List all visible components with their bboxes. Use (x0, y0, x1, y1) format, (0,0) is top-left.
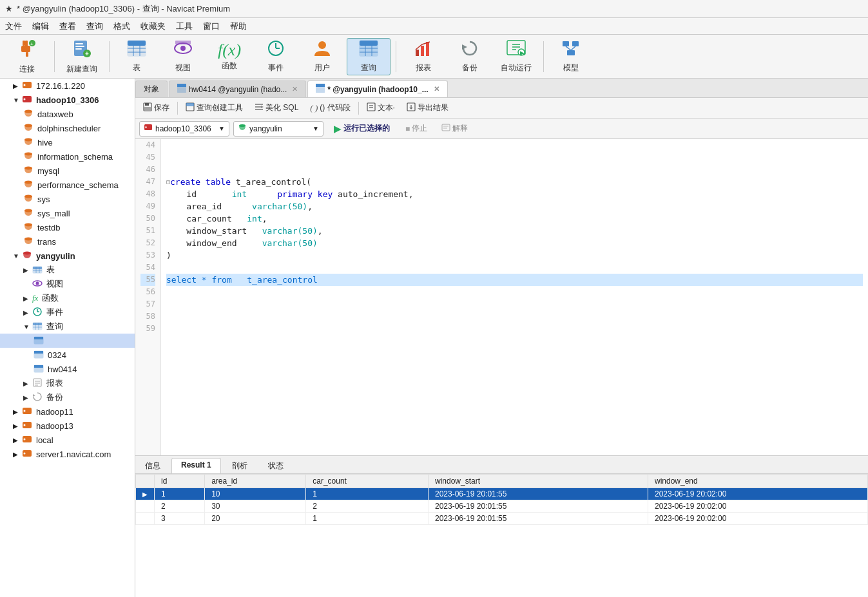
sidebar-item-info-schema[interactable]: information_schema (0, 149, 135, 164)
sidebar-item-hadoop11[interactable]: ▶ hadoop11 (0, 404, 135, 419)
sidebar-item-hive[interactable]: hive (0, 135, 135, 149)
text-button[interactable]: 文本· (363, 101, 399, 115)
table-row[interactable]: 3 20 1 2023-06-19 20:01:55 2023-06-19 20… (136, 513, 868, 525)
type-int-48: int (232, 188, 247, 200)
toolbar-user[interactable]: 用户 (300, 38, 344, 75)
menu-favorites[interactable]: 收藏夹 (140, 21, 166, 32)
svg-rect-41 (563, 41, 569, 46)
results-table-wrap[interactable]: id area_id car_count window_start window… (135, 474, 868, 597)
cell-car-count-3: 1 (306, 513, 429, 525)
sidebar-item-reports[interactable]: ▶ 报表 (0, 376, 135, 390)
code-line-48: id int primary key auto_increment, (166, 188, 863, 200)
sidebar-item-mysql[interactable]: mysql (0, 164, 135, 178)
col-header-car-count[interactable]: car_count (306, 475, 429, 488)
toolbar-report[interactable]: 报表 (401, 38, 445, 75)
tab-hw0414-close[interactable]: ✕ (292, 85, 298, 93)
menu-window[interactable]: 窗口 (203, 21, 220, 32)
sidebar-item-local[interactable]: ▶ local (0, 433, 135, 447)
result-tab-profiling[interactable]: 剖析 (222, 458, 257, 473)
run-selected-button[interactable]: ▶ 运行已选择的 (327, 122, 396, 135)
menu-query[interactable]: 查询 (86, 21, 103, 32)
export-result-button[interactable]: 导出结果 (403, 101, 452, 115)
tab-current-close[interactable]: ✕ (434, 85, 439, 93)
sidebar-item-perf-schema[interactable]: performance_schema (0, 178, 135, 192)
sidebar-item-server1-navicat[interactable]: ▶ server1.navicat.com (0, 447, 135, 461)
menu-format[interactable]: 格式 (113, 21, 130, 32)
toolbar-new-query[interactable]: + 新建查询 (60, 38, 104, 75)
col-header-area-id[interactable]: area_id (205, 475, 306, 488)
sidebar-item-query-0324[interactable]: 0324 (0, 348, 135, 362)
sidebar-item-dataxweb[interactable]: dataxweb (0, 107, 135, 121)
sidebar-item-tables[interactable]: ▶ 表 (0, 263, 135, 277)
sidebar-item-views[interactable]: ▶ 视图 (0, 277, 135, 291)
toolbar-event[interactable]: 事件 (254, 38, 298, 75)
sidebar-item-hadoop13[interactable]: ▶ hadoop13 (0, 419, 135, 433)
svg-rect-63 (33, 267, 42, 269)
result-tab-info[interactable]: 信息 (135, 458, 170, 473)
sidebar-item-events[interactable]: ▶ 事件 (0, 305, 135, 319)
tab-hw0414[interactable]: hw0414 @yangyulin (hado... ✕ (169, 81, 306, 97)
row-empty-3 (136, 513, 155, 525)
code-snippet-button[interactable]: ( ) () 代码段 (306, 101, 354, 115)
stop-button[interactable]: ■ 停止 (400, 122, 432, 135)
sidebar-label-hive: hive (37, 138, 53, 147)
toolbar-table[interactable]: 表 (115, 38, 159, 75)
save-button[interactable]: 保存 (139, 101, 173, 115)
col-header-window-start[interactable]: window_start (429, 475, 648, 488)
col-header-id[interactable]: id (155, 475, 205, 488)
sidebar-item-sys[interactable]: sys (0, 192, 135, 206)
sidebar-item-sysmall[interactable]: sys_mall (0, 206, 135, 220)
connection-name: hadoop10_3306 (155, 124, 211, 133)
query-item-icon-hw0414 (34, 363, 44, 375)
sidebar-label-reports: 报表 (46, 377, 63, 389)
queries-folder-icon (32, 321, 43, 333)
tab-current-query[interactable]: * @yangyulin (hadoop10_... ✕ (307, 81, 447, 97)
database-name: yangyulin (249, 124, 282, 133)
sidebar-item-yangyulin[interactable]: ▼ yangyulin (0, 249, 135, 263)
toolbar-query[interactable]: 查询 (347, 38, 391, 75)
code-editor[interactable]: 44 45 46 47 48 49 50 51 52 53 54 55 56 5… (135, 139, 868, 455)
menu-view[interactable]: 查看 (59, 21, 76, 32)
connection-select[interactable]: hadoop10_3306 ▼ (139, 121, 229, 137)
tab-hw0414-label: hw0414 @yangyulin (hado... (189, 85, 287, 94)
database-select[interactable]: yangyulin ▼ (233, 121, 323, 137)
sidebar-item-hadoop10[interactable]: ▼ hadoop10_3306 (0, 93, 135, 107)
svg-rect-3 (26, 52, 28, 57)
events-folder-icon (32, 307, 43, 319)
code-content[interactable]: ⊟ create table t_area_control( id int pr… (161, 139, 868, 455)
toolbar-autorun[interactable]: ▶ 自动运行 (494, 38, 538, 75)
query-icon-tb (358, 39, 379, 61)
menu-file[interactable]: 文件 (5, 21, 22, 32)
col-header-window-end[interactable]: window_end (648, 475, 867, 488)
sidebar-item-dolphin[interactable]: dolphinscheduler (0, 121, 135, 135)
beautify-sql-button[interactable]: 美化 SQL (251, 101, 302, 115)
menu-help[interactable]: 帮助 (230, 21, 247, 32)
result-tab-status[interactable]: 状态 (258, 458, 293, 473)
table-row[interactable]: ▶ 1 10 1 2023-06-19 20:01:55 2023-06-19 … (136, 488, 868, 500)
toolbar-sep-1 (54, 41, 55, 72)
cell-id-1: 1 (155, 488, 205, 500)
sidebar-item-query-unnamed[interactable] (0, 334, 135, 348)
explain-button[interactable]: 解释 (436, 122, 473, 135)
code-line-46 (166, 164, 863, 176)
menu-edit[interactable]: 编辑 (32, 21, 49, 32)
query-builder-button[interactable]: 查询创建工具 (182, 101, 247, 115)
toolbar-backup[interactable]: 备份 (448, 38, 492, 75)
sidebar-item-backups[interactable]: ▶ 备份 (0, 390, 135, 404)
toolbar-func[interactable]: f(x) 函数 (207, 38, 251, 75)
menu-tools[interactable]: 工具 (176, 21, 193, 32)
toolbar-model[interactable]: 模型 (549, 38, 593, 75)
sidebar-item-queries[interactable]: ▼ 查询 (0, 319, 135, 334)
cell-id-3: 3 (155, 513, 205, 525)
tab-objects[interactable]: 对象 (135, 81, 168, 97)
result-tab-result1[interactable]: Result 1 (171, 458, 221, 473)
toolbar-connect[interactable]: + 连接 (5, 38, 49, 75)
toolbar-view[interactable]: 视图 (161, 38, 205, 75)
sidebar-item-testdb[interactable]: testdb (0, 220, 135, 234)
sidebar-item-query-hw0414[interactable]: hw0414 (0, 362, 135, 376)
table-row[interactable]: 2 30 2 2023-06-19 20:01:55 2023-06-19 20… (136, 500, 868, 513)
line-num-55: 55 (140, 274, 155, 286)
sidebar-item-server1[interactable]: ▶ 172.16.1.220 (0, 79, 135, 93)
sidebar-item-trans[interactable]: trans (0, 234, 135, 249)
sidebar-item-funcs[interactable]: ▶ fx 函数 (0, 291, 135, 305)
